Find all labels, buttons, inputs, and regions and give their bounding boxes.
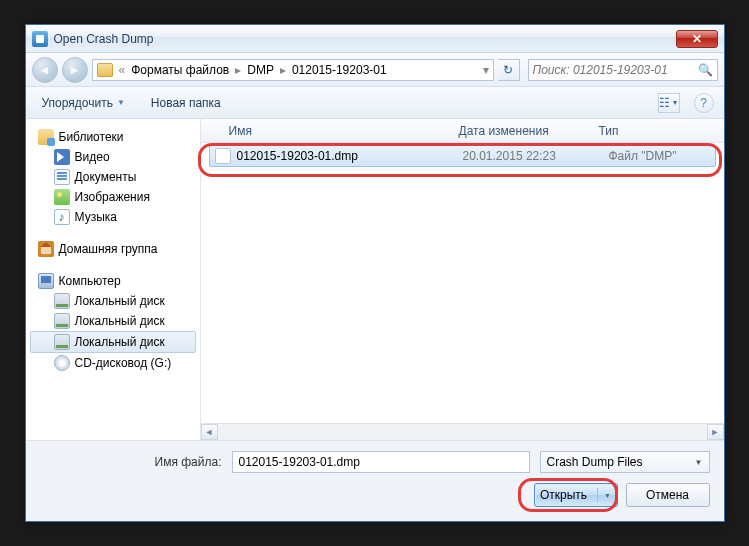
dialog-footer: Имя файла: Crash Dump Files▼ Открыть▼ От…	[26, 440, 724, 521]
close-button[interactable]: ✕	[676, 30, 718, 48]
nav-back-button[interactable]: ◄	[32, 57, 58, 83]
breadcrumb-segment[interactable]: 012015-19203-01	[288, 63, 391, 77]
sidebar-item-disk[interactable]: Локальный диск	[30, 291, 196, 311]
video-icon	[54, 149, 70, 165]
chevron-right-icon: ▸	[235, 63, 241, 77]
sidebar-item-disk-selected[interactable]: Локальный диск	[30, 331, 196, 353]
content-area: Библиотеки Видео Документы Изображения М…	[26, 119, 724, 440]
file-icon	[215, 148, 231, 164]
file-list[interactable]: 012015-19203-01.dmp 20.01.2015 22:23 Фай…	[201, 143, 724, 423]
help-button[interactable]: ?	[694, 93, 714, 113]
scroll-right-icon[interactable]: ►	[707, 424, 724, 440]
computer-icon	[38, 273, 54, 289]
cancel-button[interactable]: Отмена	[626, 483, 710, 507]
search-icon: 🔍	[698, 63, 713, 77]
file-row-selected[interactable]: 012015-19203-01.dmp 20.01.2015 22:23 Фай…	[209, 145, 716, 167]
nav-forward-button[interactable]: ►	[62, 57, 88, 83]
sidebar-item-libraries[interactable]: Библиотеки	[30, 127, 196, 147]
file-date: 20.01.2015 22:23	[463, 149, 603, 163]
folder-icon	[97, 63, 113, 77]
horizontal-scrollbar[interactable]: ◄ ►	[201, 423, 724, 440]
chevron-down-icon: ▼	[695, 458, 703, 467]
open-button[interactable]: Открыть▼	[534, 483, 618, 507]
app-icon	[32, 31, 48, 47]
new-folder-button[interactable]: Новая папка	[145, 93, 227, 113]
window-title: Open Crash Dump	[54, 32, 676, 46]
organize-menu[interactable]: Упорядочить▼	[36, 93, 131, 113]
breadcrumb-bar[interactable]: « Форматы файлов ▸ DMP ▸ 012015-19203-01…	[92, 59, 494, 81]
disk-icon	[54, 313, 70, 329]
column-type[interactable]: Тип	[599, 124, 724, 138]
filename-input[interactable]	[232, 451, 530, 473]
libraries-icon	[38, 129, 54, 145]
search-box[interactable]: 🔍	[528, 59, 718, 81]
chevron-right-icon: ▸	[280, 63, 286, 77]
refresh-button[interactable]: ↻	[498, 59, 520, 81]
view-options-button[interactable]: ☷▼	[658, 93, 680, 113]
navbar: ◄ ► « Форматы файлов ▸ DMP ▸ 012015-1920…	[26, 53, 724, 87]
titlebar: Open Crash Dump ✕	[26, 25, 724, 53]
filename-label: Имя файла:	[40, 455, 222, 469]
column-headers: Имя Дата изменения Тип	[201, 119, 724, 143]
toolbar: Упорядочить▼ Новая папка ☷▼ ?	[26, 87, 724, 119]
chevron-down-icon: ▼	[604, 492, 611, 499]
chevron-down-icon: ▼	[117, 98, 125, 107]
homegroup-icon	[38, 241, 54, 257]
sidebar-item-computer[interactable]: Компьютер	[30, 271, 196, 291]
sidebar: Библиотеки Видео Документы Изображения М…	[26, 119, 201, 440]
sidebar-item-homegroup[interactable]: Домашняя группа	[30, 239, 196, 259]
file-name: 012015-19203-01.dmp	[237, 149, 358, 163]
file-filter-dropdown[interactable]: Crash Dump Files▼	[540, 451, 710, 473]
file-pane: Имя Дата изменения Тип 012015-19203-01.d…	[201, 119, 724, 440]
sidebar-item-documents[interactable]: Документы	[30, 167, 196, 187]
open-file-dialog: Open Crash Dump ✕ ◄ ► « Форматы файлов ▸…	[25, 24, 725, 522]
sidebar-item-pictures[interactable]: Изображения	[30, 187, 196, 207]
breadcrumb-segment[interactable]: DMP	[243, 63, 278, 77]
column-name[interactable]: Имя	[229, 124, 459, 138]
breadcrumb-segment[interactable]: Форматы файлов	[127, 63, 233, 77]
file-type: Файл "DMP"	[609, 149, 710, 163]
image-icon	[54, 189, 70, 205]
chevron-down-icon[interactable]: ▾	[483, 63, 489, 77]
music-icon	[54, 209, 70, 225]
column-date[interactable]: Дата изменения	[459, 124, 599, 138]
disk-icon	[54, 334, 70, 350]
sidebar-item-music[interactable]: Музыка	[30, 207, 196, 227]
disk-icon	[54, 293, 70, 309]
sidebar-item-video[interactable]: Видео	[30, 147, 196, 167]
cd-icon	[54, 355, 70, 371]
scroll-left-icon[interactable]: ◄	[201, 424, 218, 440]
search-input[interactable]	[533, 63, 694, 77]
sidebar-item-disk[interactable]: Локальный диск	[30, 311, 196, 331]
chevron-left-icon: «	[119, 63, 126, 77]
sidebar-item-cd[interactable]: CD-дисковод (G:)	[30, 353, 196, 373]
document-icon	[54, 169, 70, 185]
